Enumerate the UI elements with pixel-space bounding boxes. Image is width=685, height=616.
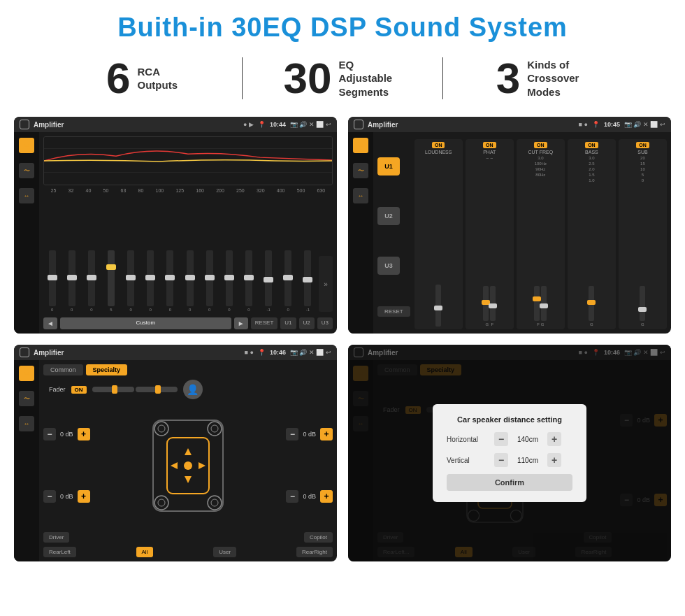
dialog-minus-v[interactable]: − [494,453,508,467]
loudness-on[interactable]: ON [432,142,445,148]
plus-tr[interactable]: + [320,428,333,440]
channel-sub: ON SUB 20 151050 G [619,139,667,329]
minus-bl[interactable]: − [43,490,56,503]
fader-slider-1[interactable] [92,387,134,392]
eq-slider-9[interactable]: 0 [220,250,238,312]
eq-u2-btn[interactable]: U2 [299,317,315,329]
cutfreq-on[interactable]: ON [534,142,547,148]
all-btn[interactable]: All [136,547,154,557]
location-icon-1: 📍 [258,121,266,128]
amp-sidebar-icon-1[interactable]: ≡ [353,138,368,153]
eq-slider-13[interactable]: -1 [299,250,317,312]
bass-on[interactable]: ON [585,142,598,148]
vol-row-br: − 0 dB + [286,490,333,503]
vol-row-tr: − 0 dB + [286,428,333,440]
eq-prev-btn[interactable]: ◄ [43,317,57,329]
fader-on-badge[interactable]: ON [71,386,87,394]
phat-on[interactable]: ON [483,142,496,148]
dialog-plus-h[interactable]: + [547,432,561,446]
app-title-2: Amplifier [368,121,575,129]
eq-content: ≡ 〜 ↔ [14,132,337,334]
dialog-confirm-btn[interactable]: Confirm [447,474,572,491]
eq-slider-4[interactable]: 0 [122,250,140,312]
home-icon-1[interactable] [20,120,29,129]
eq-slider-6[interactable]: 0 [161,250,179,312]
eq-slider-2[interactable]: 0 [82,250,100,312]
eq-slider-0[interactable]: 0 [43,250,61,312]
dialog-plus-v[interactable]: + [547,453,561,467]
plus-br[interactable]: + [320,490,333,503]
plus-tl[interactable]: + [78,428,90,440]
cutfreq-slider-g[interactable] [541,286,547,321]
eq-u1-btn[interactable]: U1 [280,317,296,329]
phat-slider-f[interactable] [490,286,496,321]
eq-next-btn[interactable]: ► [234,317,248,329]
fader-sidebar-icon-2[interactable]: 〜 [19,391,34,406]
amp-sidebar-icon-3[interactable]: ↔ [353,188,368,203]
fader-tab-common[interactable]: Common [43,364,83,375]
fader-sliders [92,387,178,392]
svg-point-16 [158,499,165,506]
eq-sliders: 0 0 0 5 0 [43,196,333,315]
fader-sidebar-icon-3[interactable]: ↔ [19,416,34,431]
eq-sidebar-icon-1[interactable]: ≡ [19,138,34,153]
fader-sidebar-icon-1[interactable]: ≡ [19,366,34,381]
amp-reset-btn[interactable]: RESET [377,306,410,317]
minus-tl[interactable]: − [43,428,56,440]
eq-slider-7[interactable]: 0 [181,250,199,312]
stat-item-rca: 6 RCAOutputs [42,57,242,100]
avatar-icon: 👤 [183,380,203,399]
sub-label: SUB [637,150,647,155]
vol-tl: 0 dB [60,431,73,438]
bass-slider[interactable] [589,286,594,321]
u3-btn[interactable]: U3 [377,257,400,275]
home-icon-2[interactable] [354,120,363,129]
fader-controls-row: Fader ON 👤 [43,380,333,399]
status-dot-1: ● ▶ [243,121,254,128]
sub-on[interactable]: ON [636,142,649,148]
rearleft-btn[interactable]: RearLeft [43,547,76,557]
amp-sidebar-icon-2[interactable]: 〜 [353,163,368,178]
phat-label: PHAT [483,150,496,155]
eq-reset-btn[interactable]: RESET [251,317,278,329]
home-icon-3[interactable] [20,348,29,357]
eq-slider-expand[interactable]: » [319,256,333,312]
plus-bl[interactable]: + [78,490,90,503]
vol-bl: 0 dB [60,493,73,500]
loudness-slider[interactable] [435,285,441,327]
minus-br[interactable]: − [286,490,298,503]
eq-slider-1[interactable]: 0 [63,250,80,312]
eq-u3-btn[interactable]: U3 [317,317,333,329]
dialog-value-vertical: 110cm [514,457,542,464]
sub-slider[interactable] [640,286,645,321]
eq-slider-12[interactable]: 0 [280,250,297,312]
screen-amp: Amplifier ■ ● 📍 10:45 📷 🔊 ✕ ⬜ ↩ ≡ 〜 ↔ U1 [348,117,671,334]
eq-slider-5[interactable]: 0 [142,250,159,312]
dialog-minus-h[interactable]: − [494,432,508,446]
cutfreq-slider-f[interactable] [534,286,540,321]
fader-tab-specialty[interactable]: Specialty [86,364,128,375]
eq-slider-11[interactable]: -1 [260,250,277,312]
svg-point-12 [158,425,165,432]
fader-slider-2[interactable] [136,387,178,392]
u2-btn[interactable]: U2 [377,207,400,225]
minus-tr[interactable]: − [286,428,298,440]
svg-point-17 [208,496,222,510]
eq-slider-8[interactable]: 0 [201,250,218,312]
copilot-btn[interactable]: Copilot [304,532,333,543]
eq-slider-3[interactable]: 5 [102,250,120,312]
page-title: Buith-in 30EQ DSP Sound System [0,0,685,50]
u1-btn[interactable]: U1 [377,157,400,176]
eq-slider-10[interactable]: 0 [240,250,257,312]
svg-marker-7 [185,448,192,455]
user-btn[interactable]: User [213,547,236,557]
app-title-3: Amplifier [34,349,240,357]
rearright-btn[interactable]: RearRight [296,547,333,557]
vol-row-tl: − 0 dB + [43,428,90,440]
channel-bass: ON BASS 3.0 2.52.01.51.0 G [568,139,616,329]
eq-sidebar-icon-3[interactable]: ↔ [19,188,34,203]
driver-btn[interactable]: Driver [43,532,69,543]
phat-slider-g[interactable] [483,286,489,321]
screen-fader: Amplifier ■ ● 📍 10:46 📷 🔊 ✕ ⬜ ↩ ≡ 〜 ↔ Co… [14,345,337,561]
eq-sidebar-icon-2[interactable]: 〜 [19,163,34,178]
